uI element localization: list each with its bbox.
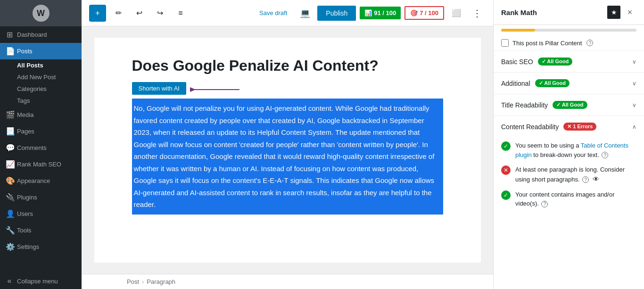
title-readability-badge: ✓ All Good (553, 101, 587, 109)
panel-star-button[interactable]: ★ (607, 6, 620, 19)
sidebar-item-posts[interactable]: 📄 Posts (0, 43, 82, 59)
seo-score-badge[interactable]: 📊 91 / 100 (360, 7, 401, 19)
sidebar-sub-categories[interactable]: Categories (0, 83, 82, 95)
more-icon: ⋮ (472, 8, 482, 19)
redo-icon: ↪ (157, 8, 163, 17)
content-readability-chevron: ∧ (632, 124, 636, 130)
layout-icon: ⬜ (452, 8, 461, 17)
editor-content: Does Google Penalize AI Content? Shorten… (94, 38, 481, 263)
star-icon: ★ (611, 8, 617, 16)
collapse-icon: « (6, 277, 13, 285)
comments-icon: 💬 (6, 143, 13, 152)
additional-badge: ✓ All Good (535, 79, 570, 87)
post-body-text[interactable]: No, Google will not penalize you for usi… (132, 99, 443, 215)
check-red-icon: ✕ (501, 165, 511, 175)
pillar-content-label: This post is Pillar Content (512, 40, 582, 47)
wordpress-icon: W (33, 5, 50, 22)
arrow-indicator (190, 85, 247, 94)
seo-score-value: 91 / 100 (374, 9, 396, 17)
sidebar-label-comments: Comments (17, 144, 47, 151)
publish-button[interactable]: Publish (317, 6, 356, 21)
more-options-button[interactable]: ⋮ (469, 5, 486, 22)
readability-icon: 🎯 (410, 9, 418, 17)
toc-help-icon[interactable]: ? (602, 152, 608, 158)
readability-score-value: 7 / 100 (420, 9, 438, 17)
basic-seo-header[interactable]: Basic SEO ✓ All Good ∨ (494, 51, 644, 72)
sidebar-item-pages[interactable]: 📃 Pages (0, 123, 82, 140)
sidebar-label-posts: Posts (17, 48, 33, 55)
toc-plugin-link[interactable]: Table of Contents plugin (515, 142, 628, 158)
sidebar-label-pages: Pages (17, 128, 34, 135)
progress-fill (501, 29, 535, 32)
sidebar-sub-add-new[interactable]: Add New Post (0, 71, 82, 83)
undo-button[interactable]: ↩ (131, 5, 148, 22)
collapse-label: Collapse menu (17, 278, 58, 285)
progress-bar (501, 29, 636, 32)
readability-score-badge[interactable]: 🎯 7 / 100 (405, 6, 444, 20)
pillar-content-checkbox[interactable] (501, 39, 509, 47)
title-readability-title: Title Readability (501, 101, 548, 109)
progress-bar-container (494, 25, 644, 35)
sidebar-label-tools: Tools (17, 227, 31, 234)
basic-seo-section: Basic SEO ✓ All Good ∨ (494, 50, 644, 72)
close-icon: × (627, 8, 633, 17)
additional-header[interactable]: Additional ✓ All Good ∨ (494, 73, 644, 94)
images-help-icon[interactable]: ? (541, 201, 548, 207)
shorten-with-ai-button[interactable]: Shorten with AI (132, 82, 186, 95)
content-readability-header[interactable]: Content Readability ✕ 1 Errors ∧ (494, 116, 644, 137)
users-icon: 👤 (6, 209, 13, 218)
dashboard-icon: ⊞ (6, 30, 13, 39)
shorten-ai-label: Shorten with AI (139, 85, 180, 92)
layout-button[interactable]: ⬜ (448, 5, 465, 22)
laptop-icon: 💻 (300, 8, 310, 18)
right-panel: Rank Math ★ × This post is Pillar Conten… (493, 0, 644, 289)
svg-marker-1 (190, 87, 196, 92)
additional-left: Additional ✓ All Good (501, 79, 570, 87)
sidebar-item-appearance[interactable]: 🎨 Appearance (0, 173, 82, 189)
edit-button[interactable]: ✏ (110, 5, 127, 22)
paragraph-help-icon[interactable]: ? (582, 176, 589, 183)
panel-title: Rank Math (501, 8, 537, 17)
sidebar-item-tools[interactable]: 🔧 Tools (0, 222, 82, 239)
status-block-label: Paragraph (147, 278, 175, 285)
add-block-button[interactable]: + (89, 5, 106, 22)
preview-button[interactable]: 💻 (297, 5, 314, 22)
sidebar-item-dashboard[interactable]: ⊞ Dashboard (0, 26, 82, 43)
publish-label: Publish (326, 9, 347, 17)
settings-icon: ⚙️ (6, 242, 13, 251)
undo-icon: ↩ (136, 8, 142, 17)
collapse-menu-btn[interactable]: « Collapse menu (0, 273, 82, 289)
panel-header: Rank Math ★ × (494, 0, 644, 25)
save-draft-button[interactable]: Save draft (254, 7, 293, 19)
title-readability-header[interactable]: Title Readability ✓ All Good ∨ (494, 94, 644, 116)
check-text-1: You seem to be using a Table of Contents… (515, 141, 636, 159)
sidebar-item-comments[interactable]: 💬 Comments (0, 140, 82, 156)
panel-close-button[interactable]: × (623, 6, 636, 19)
media-icon: 🎬 (6, 110, 13, 119)
sidebar-sub-all-posts[interactable]: All Posts (0, 59, 82, 71)
check-long-paragraph: ✕ At least one paragraph is long. Consid… (501, 165, 636, 184)
sidebar-item-plugins[interactable]: 🔌 Plugins (0, 189, 82, 206)
additional-chevron: ∨ (632, 80, 636, 87)
status-post-label: Post (127, 278, 139, 285)
content-readability-section: Content Readability ✕ 1 Errors ∧ ✓ You s… (494, 116, 644, 222)
sidebar: W ⊞ Dashboard 📄 Posts All Posts Add New … (0, 0, 82, 289)
seo-score-icon: 📊 (364, 9, 372, 17)
sidebar-item-settings[interactable]: ⚙️ Settings (0, 239, 82, 255)
post-title[interactable]: Does Google Penalize AI Content? (132, 57, 443, 74)
sidebar-item-rank-math[interactable]: 📈 Rank Math SEO (0, 156, 82, 173)
check-green-icon-2: ✓ (501, 190, 511, 200)
pillar-help-icon[interactable]: ? (586, 40, 593, 46)
redo-button[interactable]: ↪ (151, 5, 168, 22)
rank-math-icon: 📈 (6, 160, 13, 169)
sidebar-sub-tags[interactable]: Tags (0, 95, 82, 107)
paragraph-eye-icon[interactable]: 👁 (593, 174, 599, 184)
list-view-button[interactable]: ≡ (172, 5, 189, 22)
basic-seo-badge: ✓ All Good (538, 58, 572, 66)
sidebar-item-media[interactable]: 🎬 Media (0, 107, 82, 123)
content-readability-left: Content Readability ✕ 1 Errors (501, 123, 596, 131)
basic-seo-title: Basic SEO (501, 58, 533, 66)
plugins-icon: 🔌 (6, 193, 13, 202)
sidebar-item-users[interactable]: 👤 Users (0, 206, 82, 222)
appearance-icon: 🎨 (6, 176, 13, 185)
